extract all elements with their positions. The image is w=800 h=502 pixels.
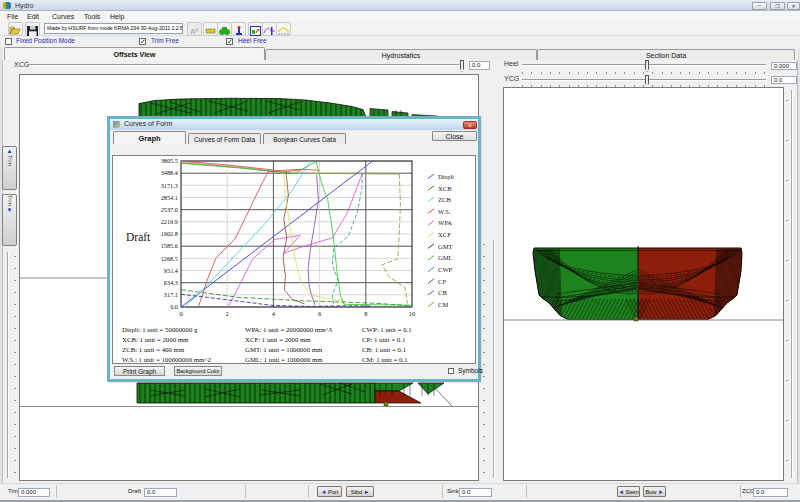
svg-text:6: 6	[318, 310, 322, 317]
svg-text:1268.5: 1268.5	[161, 255, 178, 262]
svg-text:4: 4	[272, 310, 276, 317]
svg-text:XCF: 1 unit = 2000 mm: XCF: 1 unit = 2000 mm	[245, 336, 311, 343]
svg-text:2537.0: 2537.0	[161, 206, 178, 213]
svg-text:GML: 1 unit = 1000000 mm: GML: 1 unit = 1000000 mm	[245, 356, 323, 363]
svg-text:2219.9: 2219.9	[161, 218, 178, 225]
svg-text:CWP: 1 unit = 0.1: CWP: 1 unit = 0.1	[362, 326, 412, 333]
svg-text:XCB: XCB	[438, 185, 452, 192]
svg-text:3171.3: 3171.3	[161, 182, 178, 189]
svg-text:W.S.: 1 unit = 100000000 mm^2: W.S.: 1 unit = 100000000 mm^2	[122, 356, 212, 363]
svg-text:8: 8	[364, 310, 367, 317]
svg-text:CB: 1 unit = 0.1: CB: 1 unit = 0.1	[362, 346, 406, 353]
svg-text:WPA: WPA	[438, 219, 452, 226]
svg-text:1585.6: 1585.6	[161, 242, 178, 249]
svg-text:GML: GML	[438, 254, 453, 261]
svg-text:CP: 1 unit = 0.1: CP: 1 unit = 0.1	[362, 336, 405, 343]
svg-text:2: 2	[226, 310, 229, 317]
svg-text:1902.8: 1902.8	[161, 230, 178, 237]
svg-text:Draft: Draft	[126, 231, 151, 243]
svg-text:317.1: 317.1	[164, 291, 178, 298]
svg-text:3805.5: 3805.5	[161, 157, 178, 164]
svg-text:10: 10	[409, 310, 416, 317]
svg-text:GMT: 1 unit = 1000000 mm: GMT: 1 unit = 1000000 mm	[245, 346, 323, 353]
svg-text:ZCB: ZCB	[438, 196, 451, 203]
svg-text:XCF: XCF	[438, 231, 451, 238]
svg-text:Displt: Displt	[438, 173, 454, 180]
svg-text:CM: 1 unit = 0.1: CM: 1 unit = 0.1	[362, 356, 408, 363]
svg-text:0: 0	[179, 310, 182, 317]
svg-text:Displt: 1 unit = 50000000 g: Displt: 1 unit = 50000000 g	[122, 326, 198, 333]
svg-text:ZCB: 1 unit = 400 mm: ZCB: 1 unit = 400 mm	[122, 346, 185, 353]
svg-text:WPA: 1 unit = 20000000 mm^3: WPA: 1 unit = 20000000 mm^3	[245, 326, 333, 333]
svg-text:3488.4: 3488.4	[161, 169, 179, 176]
svg-text:634.3: 634.3	[164, 279, 178, 286]
svg-text:W.S.: W.S.	[438, 208, 451, 215]
svg-text:GMT: GMT	[438, 243, 453, 250]
svg-text:CM: CM	[438, 301, 448, 308]
svg-text:0.0: 0.0	[170, 303, 178, 310]
svg-text:CP: CP	[438, 278, 446, 285]
svg-text:CWP: CWP	[438, 266, 453, 273]
svg-text:CB: CB	[438, 289, 447, 296]
svg-text:951.4: 951.4	[164, 267, 179, 274]
svg-text:XCB: 1 unit = 2000 mm: XCB: 1 unit = 2000 mm	[122, 336, 189, 343]
svg-text:2854.1: 2854.1	[161, 194, 178, 201]
